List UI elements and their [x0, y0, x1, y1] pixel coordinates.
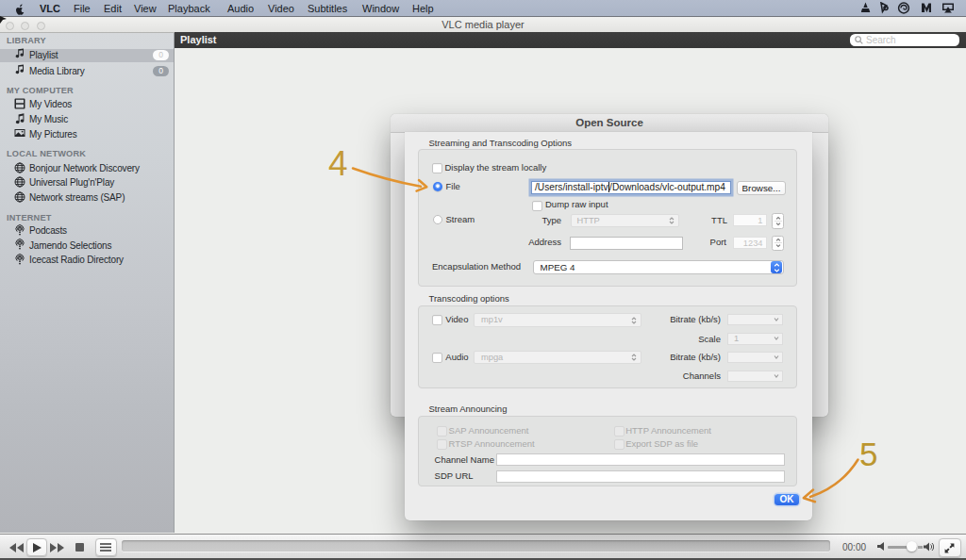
svg-text:4: 4 — [328, 144, 348, 183]
svg-text:5: 5 — [859, 436, 877, 472]
